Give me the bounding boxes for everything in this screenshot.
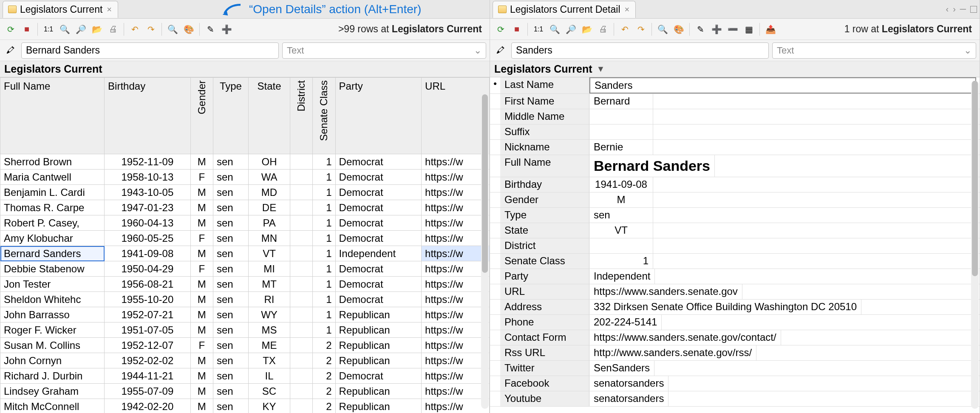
- field-value[interactable]: Bernard: [589, 94, 653, 109]
- table-row[interactable]: Bernard Sanders1941-09-08MsenVT1Independ…: [0, 246, 490, 261]
- close-icon[interactable]: ×: [624, 5, 631, 14]
- highlight-icon[interactable]: 🖍: [493, 43, 508, 58]
- table-row[interactable]: Roger F. Wicker1951-07-05MsenMS1Republic…: [0, 322, 490, 338]
- detail-list: •Last NameSandersFirst NameBernardMiddle…: [490, 77, 980, 413]
- nav-back-icon[interactable]: ‹: [946, 4, 949, 14]
- field-value[interactable]: senatorsanders: [589, 376, 668, 391]
- open-folder-icon[interactable]: 📂: [90, 22, 104, 37]
- undo-icon[interactable]: ↶: [617, 22, 632, 37]
- refresh-icon[interactable]: ⟳: [493, 22, 508, 37]
- table-row[interactable]: Lindsey Graham1955-07-09MsenSC2Republica…: [0, 384, 490, 399]
- color-icon[interactable]: 🎨: [671, 22, 686, 37]
- type-select[interactable]: Text⌄: [282, 42, 486, 59]
- refresh-icon[interactable]: ⟳: [3, 22, 18, 37]
- table-row[interactable]: John Cornyn1952-02-02MsenTX2Republicanht…: [0, 353, 490, 368]
- tab-bar-right: Legislators Current Detail × ‹ › ─: [490, 0, 980, 19]
- edit-icon[interactable]: ✎: [203, 22, 218, 37]
- col-header[interactable]: Party: [335, 78, 421, 154]
- field-value[interactable]: https://www.sanders.senate.gov: [589, 284, 742, 299]
- field-value[interactable]: http://www.sanders.senate.gov/rss/: [589, 345, 756, 360]
- field-value[interactable]: [589, 238, 653, 253]
- print-icon[interactable]: 🖨: [596, 22, 610, 37]
- zoom-in-icon[interactable]: 🔍: [547, 22, 562, 37]
- table-row[interactable]: Robert P. Casey,1960-04-13MsenPA1Democra…: [0, 215, 490, 231]
- stop-icon[interactable]: ■: [510, 22, 524, 37]
- field-value[interactable]: SenSanders: [589, 361, 654, 376]
- field-value[interactable]: https://www.sanders.senate.gov/contact/: [589, 330, 781, 345]
- field-value[interactable]: [589, 124, 653, 139]
- field-value[interactable]: VT: [589, 223, 653, 238]
- field-value[interactable]: 1: [589, 254, 653, 269]
- search-input[interactable]: [21, 42, 279, 59]
- table-row[interactable]: Susan M. Collins1952-12-07FsenME2Republi…: [0, 338, 490, 353]
- columns-icon[interactable]: ▦: [742, 22, 756, 37]
- col-header[interactable]: Gender: [190, 78, 213, 154]
- field-value[interactable]: sen: [589, 208, 653, 223]
- print-icon[interactable]: 🖨: [106, 22, 120, 37]
- table-row[interactable]: Thomas R. Carpe1947-01-23MsenDE1Democrat…: [0, 200, 490, 215]
- field-value[interactable]: 1941-09-08: [589, 177, 653, 192]
- data-table[interactable]: Full NameBirthdayGenderTypeStateDistrict…: [0, 77, 490, 413]
- col-header[interactable]: Type: [213, 78, 248, 154]
- find-icon[interactable]: 🔍: [655, 22, 670, 37]
- maximize-icon[interactable]: [970, 6, 977, 13]
- del-row-icon[interactable]: ➖: [725, 22, 740, 37]
- table-row[interactable]: Benjamin L. Cardi1943-10-05MsenMD1Democr…: [0, 185, 490, 200]
- col-header[interactable]: URL: [422, 78, 490, 154]
- table-row[interactable]: Sherrod Brown1952-11-09MsenOH1Democratht…: [0, 154, 490, 170]
- row-bullet: [490, 345, 500, 360]
- field-value[interactable]: Sanders: [589, 77, 976, 93]
- type-select[interactable]: Text⌄: [772, 42, 976, 59]
- close-icon[interactable]: ×: [106, 5, 113, 14]
- add-row-icon[interactable]: ➕: [709, 22, 724, 37]
- zoom-out-icon[interactable]: 🔎: [564, 22, 578, 37]
- field-value[interactable]: Bernard Sanders: [589, 155, 715, 177]
- redo-icon[interactable]: ↷: [634, 22, 648, 37]
- field-value[interactable]: Bernie: [589, 140, 653, 155]
- field-value[interactable]: 202-224-5141: [589, 315, 662, 330]
- table-row[interactable]: Sheldon Whitehc1955-10-20MsenRI1Democrat…: [0, 292, 490, 307]
- find-icon[interactable]: 🔍: [165, 22, 180, 37]
- table-row[interactable]: Amy Klobuchar1960-05-25FsenMN1Democratht…: [0, 231, 490, 246]
- tab-legislators-detail[interactable]: Legislators Current Detail ×: [493, 1, 636, 18]
- zoom-in-icon[interactable]: 🔍: [57, 22, 72, 37]
- table-row[interactable]: Maria Cantwell1958-10-13FsenWA1Democrath…: [0, 170, 490, 185]
- minimize-icon[interactable]: ─: [960, 4, 966, 14]
- field-label: Type: [500, 208, 589, 223]
- field-value[interactable]: [589, 109, 653, 124]
- table-row[interactable]: Mitch McConnell1942-02-20MsenKY2Republic…: [0, 399, 490, 413]
- col-header[interactable]: Senate Class: [313, 78, 335, 154]
- highlight-icon[interactable]: 🖍: [3, 43, 18, 58]
- col-header[interactable]: Birthday: [105, 78, 190, 154]
- open-folder-icon[interactable]: 📂: [580, 22, 594, 37]
- col-header[interactable]: Full Name: [0, 78, 105, 154]
- onetoone-icon[interactable]: 1:1: [531, 22, 546, 37]
- color-icon[interactable]: 🎨: [181, 22, 196, 37]
- undo-icon[interactable]: ↶: [127, 22, 142, 37]
- nav-fwd-icon[interactable]: ›: [953, 4, 956, 14]
- detail-row: First NameBernard: [490, 94, 980, 109]
- col-header[interactable]: District: [290, 78, 313, 154]
- export-icon[interactable]: 📤: [763, 22, 778, 37]
- col-header[interactable]: State: [249, 78, 290, 154]
- redo-icon[interactable]: ↷: [144, 22, 158, 37]
- stop-icon[interactable]: ■: [20, 22, 34, 37]
- add-row-icon[interactable]: ➕: [219, 22, 234, 37]
- field-value[interactable]: senatorsanders: [589, 391, 668, 406]
- table-row[interactable]: Richard J. Durbin1944-11-21MsenIL2Democr…: [0, 368, 490, 384]
- filter-icon[interactable]: ▼: [597, 64, 605, 74]
- zoom-out-icon[interactable]: 🔎: [74, 22, 88, 37]
- field-value[interactable]: 332 Dirksen Senate Office Building Washi…: [589, 300, 861, 314]
- table-row[interactable]: John Barrasso1952-07-21MsenWY1Republican…: [0, 307, 490, 322]
- table-row[interactable]: Debbie Stabenow1950-04-29FsenMI1Democrat…: [0, 261, 490, 277]
- field-value[interactable]: M: [589, 192, 653, 207]
- tab-legislators-current[interactable]: Legislators Current ×: [3, 1, 118, 18]
- search-input[interactable]: [511, 42, 769, 59]
- scrollbar[interactable]: [971, 81, 979, 409]
- edit-icon[interactable]: ✎: [693, 22, 708, 37]
- onetoone-icon[interactable]: 1:1: [41, 22, 56, 37]
- field-value[interactable]: Independent: [589, 269, 655, 284]
- table-row[interactable]: Jon Tester1956-08-21MsenMT1Democrathttps…: [0, 277, 490, 292]
- scrollbar[interactable]: [481, 94, 489, 409]
- row-count: 1 row at Legislators Current: [844, 23, 976, 35]
